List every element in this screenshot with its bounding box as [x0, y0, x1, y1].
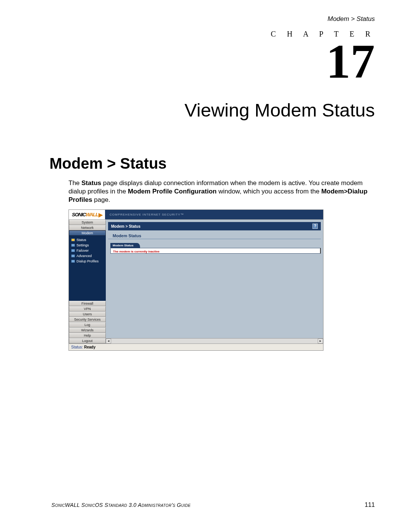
section-heading: Modem > Status [49, 155, 375, 172]
subnav-label: Dialup Profiles [76, 259, 99, 263]
folder-icon [71, 260, 75, 263]
status-value: Ready [84, 345, 96, 349]
status-bar: Status: Ready [69, 343, 323, 350]
text: page. [92, 196, 110, 203]
folder-icon [71, 249, 75, 252]
nav-logout[interactable]: Logout [69, 338, 106, 343]
horizontal-scrollbar[interactable]: ◄ ► [106, 338, 323, 343]
subnav-label: Failover [76, 249, 89, 252]
bold: Modem Profile Configuration [128, 188, 217, 195]
nav-system[interactable]: System [69, 220, 106, 225]
text: The [68, 179, 81, 187]
embedded-screenshot: SONICWALL▶ COMPREHENSIVE INTERNET SECURI… [68, 209, 323, 351]
nav-users[interactable]: Users [69, 312, 106, 317]
folder-icon [71, 238, 75, 241]
subnav-label: Settings [76, 243, 89, 247]
page-number: 111 [365, 502, 375, 508]
logo-arrow-icon: ▶ [99, 212, 103, 218]
content-breadcrumb: Modem > Status ? [108, 222, 321, 230]
nav-wizards[interactable]: Wizards [69, 328, 106, 333]
nav-network[interactable]: Network [69, 225, 106, 230]
subnav-label: Advanced [76, 254, 92, 258]
header-breadcrumb: Modem > Status [51, 15, 375, 23]
tagline: COMPREHENSIVE INTERNET SECURITY™ [105, 210, 323, 219]
app-topbar: SONICWALL▶ COMPREHENSIVE INTERNET SECURI… [69, 210, 323, 220]
inactive-message: The modem is currently inactive [113, 250, 159, 253]
nav-firewall[interactable]: Firewall [69, 301, 106, 306]
nav-vpn[interactable]: VPN [69, 306, 106, 312]
subnav: Status Settings Failover Advanced Dialup… [69, 236, 106, 301]
nav-security-services[interactable]: Security Services [69, 317, 106, 322]
chapter-title: Viewing Modem Status [51, 99, 375, 121]
folder-icon [71, 254, 75, 257]
subnav-settings[interactable]: Settings [71, 243, 106, 248]
scroll-right-icon[interactable]: ► [318, 339, 323, 343]
subnav-label: Status [76, 238, 86, 242]
nav-help[interactable]: Help [69, 333, 106, 338]
scroll-left-icon[interactable]: ◄ [106, 339, 111, 343]
text: window, which you access from the [217, 188, 321, 195]
footer-title: SonicWALL SonicOS Standard 3.0 Administr… [51, 502, 191, 508]
subnav-dialup-profiles[interactable]: Dialup Profiles [71, 259, 106, 264]
main-panel: Modem > Status ? Modem Status Modem Stat… [106, 220, 323, 343]
panel-body: The modem is currently inactive [110, 248, 321, 254]
breadcrumb-text: Modem > Status [111, 224, 140, 228]
bold: Status [81, 179, 101, 187]
logo-part2: WALL [86, 212, 98, 217]
nav-log[interactable]: Log [69, 322, 106, 328]
page-footer: SonicWALL SonicOS Standard 3.0 Administr… [51, 502, 375, 508]
subnav-failover[interactable]: Failover [71, 248, 106, 253]
status-panel: Modem Status The modem is currently inac… [110, 243, 321, 254]
logo-part1: SONIC [72, 212, 86, 217]
chapter-number: 17 [51, 37, 375, 86]
logo: SONICWALL▶ [69, 210, 105, 219]
folder-icon [71, 244, 75, 247]
status-label: Status: [71, 345, 83, 349]
panel-tab: Modem Status [110, 243, 140, 248]
subnav-advanced[interactable]: Advanced [71, 253, 106, 259]
sidebar: System Network Modem Status Settings Fai… [69, 220, 106, 343]
subnav-status[interactable]: Status [71, 237, 106, 243]
content-heading: Modem Status [108, 230, 321, 239]
nav-modem-active[interactable]: Modem [69, 230, 106, 236]
body-paragraph: The Status page displays dialup connecti… [68, 179, 375, 204]
help-icon[interactable]: ? [312, 224, 318, 229]
